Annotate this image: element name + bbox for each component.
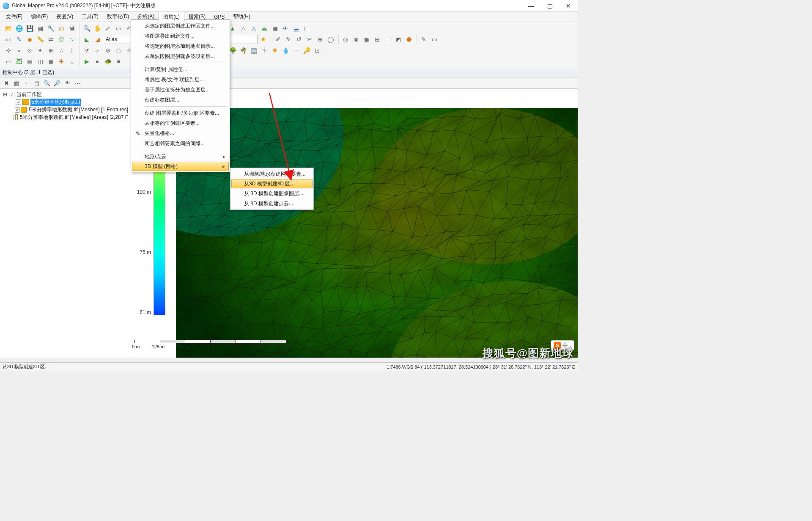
dd-main-item-6[interactable]: 将属性 表/文件 联接到层... xyxy=(132,74,229,85)
sel-g-icon[interactable]: ⌕ xyxy=(67,56,77,66)
edit-d-icon[interactable]: ✂ xyxy=(304,34,315,44)
cc-search-icon[interactable]: 🔎 xyxy=(52,78,62,88)
dd-main-item-16[interactable]: 3D 模型 (网格) xyxy=(132,162,229,171)
snap-b-icon[interactable]: ∘ xyxy=(14,45,24,55)
menu-3[interactable]: 工具(T) xyxy=(77,12,102,22)
sym-bldg-icon[interactable]: 🏢 xyxy=(249,45,259,55)
hill-a-icon[interactable]: ◣ xyxy=(82,34,92,44)
dd-main-item-1[interactable]: 将图层导出到新文件... xyxy=(132,31,229,41)
cc-add-icon[interactable]: ＋ xyxy=(22,78,31,88)
minimize-button[interactable]: — xyxy=(522,0,540,12)
swap-icon[interactable]: ⇄ xyxy=(46,34,56,44)
open-icon[interactable]: 📂 xyxy=(3,23,14,33)
sym-palm-icon[interactable]: 🌴 xyxy=(238,45,248,55)
select-icon[interactable]: ▭ xyxy=(3,34,14,44)
dd-sub-item-1[interactable]: 从3D 模型创建3D 区... xyxy=(231,179,313,188)
water-icon[interactable]: ≈ xyxy=(67,34,77,44)
edit-a-icon[interactable]: ✐ xyxy=(273,34,283,44)
sym-misc-icon[interactable]: ⊡ xyxy=(312,45,322,55)
sel-a-icon[interactable]: ▭ xyxy=(3,56,14,66)
tree-layer-1[interactable]: 5米分辨率地形数据.tif [Meshes] [1 Features] xyxy=(1,106,129,113)
edit-e-icon[interactable]: ⊕ xyxy=(315,34,325,44)
draw-b-icon[interactable]: ▭ xyxy=(429,34,439,44)
dd-main-item-7[interactable]: 基于属性值拆分为独立图层... xyxy=(132,85,229,95)
snap-g-icon[interactable]: ⋮ xyxy=(67,45,77,55)
layers-icon[interactable]: ▦ xyxy=(35,23,45,33)
layer-dropdown-menu[interactable]: 从选定的图层创建工作区文件...将图层导出到新文件...将选定的图层添加到地图目… xyxy=(131,19,230,172)
misc-e-icon[interactable]: ◫ xyxy=(383,34,393,44)
layer-checkbox[interactable] xyxy=(16,99,21,105)
tree-a-icon[interactable]: ⛆ xyxy=(56,34,66,44)
filter-icon[interactable]: ⧩ xyxy=(82,45,92,55)
layer-checkbox[interactable] xyxy=(12,115,14,120)
zoom-layer-icon[interactable]: ▭ xyxy=(113,23,123,33)
terrain-g-icon[interactable]: ⛰ xyxy=(259,23,269,33)
dd-sub-item-3[interactable]: 从 3D 模型创建点云... xyxy=(231,198,313,209)
zoom-icon[interactable]: 🔍 xyxy=(82,23,92,33)
print-icon[interactable]: 🖶 xyxy=(67,23,77,33)
sel-c-icon[interactable]: ▤ xyxy=(25,56,35,66)
cc-layers-icon[interactable]: ▤ xyxy=(32,78,41,88)
sel-d-icon[interactable]: ◫ xyxy=(35,56,45,66)
menu-0[interactable]: 文件(F) xyxy=(2,12,27,22)
layer-label[interactable]: 5米分辨率地形数据.tif xyxy=(30,99,81,106)
edit-b-icon[interactable]: ✎ xyxy=(283,34,294,44)
layer-label[interactable]: 5米分辨率地形数据.tif [Meshes] [1 Features] xyxy=(28,106,129,113)
catalog-icon[interactable]: 🗂 xyxy=(56,23,66,33)
anim-icon[interactable]: 🐢 xyxy=(103,56,113,66)
grid-sq-icon[interactable]: ▦ xyxy=(270,23,280,33)
terrain-e-icon[interactable]: △ xyxy=(238,23,248,33)
cc-more-icon[interactable]: ⋯ xyxy=(73,78,82,88)
layer-label[interactable]: 5米分辨率地形数据.tif [Meshes] [Areas] [2,287 F xyxy=(19,114,129,121)
sel-f-icon[interactable]: ✚ xyxy=(56,56,66,66)
dd-main-item-5[interactable]: 计算/复制 属性值... xyxy=(132,64,229,74)
sel-b-icon[interactable]: 🖼 xyxy=(14,56,24,66)
globe-icon[interactable]: 🌐 xyxy=(14,23,24,33)
dd-main-item-12[interactable]: ✎矢量化栅格... xyxy=(132,128,229,138)
sel-e-icon[interactable]: ▦ xyxy=(46,56,56,66)
snap-e-icon[interactable]: ⊕ xyxy=(46,45,56,55)
dd-main-item-15[interactable]: 地形/点云 xyxy=(132,152,229,162)
menu-6[interactable]: 图层(L) xyxy=(159,12,184,22)
cc-group-icon[interactable]: ▦ xyxy=(12,78,21,88)
edit-f-icon[interactable]: ◯ xyxy=(326,34,336,44)
star-icon[interactable]: ★ xyxy=(258,34,268,44)
sym-road-icon[interactable]: ⋯ xyxy=(291,45,301,55)
dd-sub-item-0[interactable]: 从栅格/地形创建网格要素... xyxy=(231,169,313,179)
expander-icon[interactable]: ⊟ xyxy=(3,91,8,97)
menu-9[interactable]: 帮助(H) xyxy=(229,12,255,22)
menu-2[interactable]: 视图(V) xyxy=(52,12,77,22)
layer-checkbox[interactable] xyxy=(15,107,19,113)
sym-pole-icon[interactable]: ⏆ xyxy=(259,45,269,55)
maximize-button[interactable]: ▢ xyxy=(540,0,559,12)
cc-close-icon[interactable]: ✖ xyxy=(2,78,11,88)
sym-drop-icon[interactable]: 💧 xyxy=(280,45,291,55)
misc-b-icon[interactable]: ◉ xyxy=(351,34,361,44)
draw-a-icon[interactable]: ✎ xyxy=(419,34,429,44)
sym-light-icon[interactable]: ✺ xyxy=(270,45,280,55)
root-checkbox[interactable] xyxy=(9,92,14,97)
sym-key-icon[interactable]: 🔑 xyxy=(302,45,312,55)
digitize-icon[interactable]: ✎ xyxy=(14,34,24,44)
terrain-f-icon[interactable]: ◬ xyxy=(249,23,259,33)
anim2-icon[interactable]: ≡ xyxy=(113,56,123,66)
snap-f-icon[interactable]: ∴ xyxy=(56,45,66,55)
config-icon[interactable]: 🔧 xyxy=(46,23,56,33)
pts-b-icon[interactable]: ⊚ xyxy=(103,45,113,55)
dd-main-item-11[interactable]: 从相等的值创建区要素... xyxy=(132,118,229,128)
tree-layer-0[interactable]: 5米分辨率地形数据.tif xyxy=(1,98,129,106)
dd-main-item-13[interactable]: 闭合相邻要素之间的间隙... xyxy=(132,138,229,149)
snap-d-icon[interactable]: ✦ xyxy=(35,45,45,55)
tree-root-label[interactable]: 当前工作区 xyxy=(16,91,43,98)
cc-eye-icon[interactable]: 👁 xyxy=(63,78,72,88)
dd-main-item-3[interactable]: 从单波段图层创建多波段图层... xyxy=(132,51,229,61)
misc-g-icon[interactable]: ⬣ xyxy=(404,34,414,44)
pts-a-icon[interactable]: ⁘ xyxy=(92,45,102,55)
feature-icon[interactable]: ◆ xyxy=(25,34,35,44)
dd-main-item-0[interactable]: 从选定的图层创建工作区文件... xyxy=(132,21,229,31)
map-canvas[interactable] xyxy=(176,108,578,322)
hill-b-icon[interactable]: ◢ xyxy=(92,34,102,44)
edit-c-icon[interactable]: ↺ xyxy=(294,34,304,44)
terrain-h-icon[interactable]: 🗻 xyxy=(291,23,301,33)
close-button[interactable]: ✕ xyxy=(559,0,578,12)
